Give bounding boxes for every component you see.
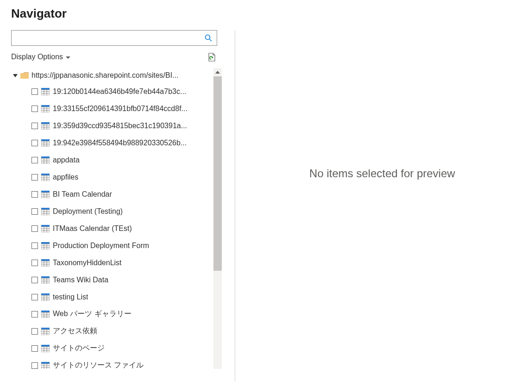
checkbox[interactable] [31, 123, 38, 129]
checkbox[interactable] [31, 174, 38, 180]
preview-empty-message: No items selected for preview [309, 167, 455, 180]
svg-rect-100 [41, 364, 50, 369]
tree-item[interactable]: appdata [11, 151, 213, 168]
svg-rect-64 [41, 261, 50, 267]
tree-item-label: 19:942e3984f558494b988920330526b... [53, 139, 187, 147]
tree-item[interactable]: 19:942e3984f558494b988920330526b... [11, 134, 213, 151]
checkbox[interactable] [31, 328, 38, 335]
scrollbar[interactable] [213, 68, 222, 369]
checkbox[interactable] [31, 260, 38, 266]
navigator-tree[interactable]: https://jppanasonic.sharepoint.com/sites… [11, 68, 213, 369]
table-icon [41, 242, 50, 249]
tree-item[interactable]: 19:359d39ccd9354815bec31c190391a... [11, 117, 213, 134]
tree-item-label: ITMaas Calendar (TEst) [53, 224, 132, 233]
svg-rect-58 [41, 244, 50, 249]
svg-rect-46 [41, 210, 50, 215]
table-icon [41, 276, 50, 284]
svg-point-0 [206, 35, 210, 40]
checkbox[interactable] [31, 157, 38, 163]
tree-item[interactable]: Production Deployment Form [11, 237, 213, 254]
svg-rect-75 [41, 293, 50, 295]
tree-item-label: 19:120b0144ea6346b49fe7eb44a7b3c... [53, 87, 186, 96]
checkbox[interactable] [31, 208, 38, 215]
checkbox[interactable] [31, 277, 38, 283]
checkbox[interactable] [31, 225, 38, 232]
svg-rect-40 [41, 193, 50, 198]
search-input[interactable] [15, 31, 203, 45]
tree-item[interactable]: Teams Wiki Data [11, 271, 213, 288]
tree-item-label: 19:33155cf209614391bfb0714f84ccd8f... [53, 105, 188, 113]
checkbox[interactable] [31, 191, 38, 198]
tree-item-label: appfiles [53, 173, 78, 181]
chevron-down-icon [66, 53, 70, 61]
tree-item[interactable]: testing List [11, 288, 213, 305]
checkbox[interactable] [31, 345, 38, 352]
tree-item-label: Teams Wiki Data [53, 276, 108, 284]
table-icon [41, 88, 50, 95]
svg-rect-93 [41, 345, 50, 347]
tree-item-label: BI Team Calendar [53, 190, 112, 199]
svg-rect-81 [41, 311, 50, 312]
panel-divider [235, 30, 235, 382]
svg-rect-21 [41, 139, 50, 141]
svg-rect-51 [41, 225, 50, 227]
tree-root[interactable]: https://jppanasonic.sharepoint.com/sites… [11, 68, 213, 83]
svg-rect-63 [41, 259, 50, 261]
tree-item-label: 19:359d39ccd9354815bec31c190391a... [53, 122, 187, 130]
tree-item[interactable]: サイトのページ [11, 340, 213, 357]
checkbox[interactable] [31, 294, 38, 300]
tree-item[interactable]: Deployment (Testing) [11, 203, 213, 220]
checkbox[interactable] [31, 243, 38, 249]
tree-item-label: サイトのページ [53, 343, 105, 353]
table-icon [41, 328, 50, 335]
svg-rect-4 [41, 90, 50, 95]
tree-item-label: Production Deployment Form [53, 242, 149, 250]
search-box[interactable] [11, 30, 217, 46]
table-icon [41, 105, 50, 112]
tree-item[interactable]: アクセス依頼 [11, 323, 213, 340]
tree-item[interactable]: サイトのリソース ファイル [11, 357, 213, 369]
table-icon [41, 259, 50, 267]
tree-item[interactable]: BI Team Calendar [11, 186, 213, 203]
checkbox[interactable] [31, 362, 38, 369]
table-icon [41, 362, 50, 369]
svg-rect-52 [41, 227, 50, 232]
table-icon [41, 293, 50, 301]
checkbox[interactable] [31, 88, 38, 95]
svg-rect-45 [41, 208, 50, 210]
svg-rect-22 [41, 141, 50, 147]
search-icon[interactable] [203, 32, 214, 44]
tree-item[interactable]: Web パーツ ギャラリー [11, 305, 213, 323]
svg-rect-99 [41, 362, 50, 364]
tree-item[interactable]: ITMaas Calendar (TEst) [11, 220, 213, 237]
tree-item-label: appdata [53, 156, 80, 164]
svg-rect-27 [41, 156, 50, 158]
expander-icon[interactable] [13, 73, 18, 78]
tree-item[interactable]: 19:33155cf209614391bfb0714f84ccd8f... [11, 100, 213, 117]
table-icon [41, 208, 50, 215]
display-options-dropdown[interactable]: Display Options [11, 53, 70, 61]
svg-rect-57 [41, 242, 50, 244]
scroll-thumb[interactable] [213, 76, 222, 271]
tree-root-label: https://jppanasonic.sharepoint.com/sites… [31, 71, 179, 80]
tree-item[interactable]: appfiles [11, 168, 213, 186]
svg-rect-28 [41, 158, 50, 164]
svg-line-1 [210, 39, 212, 42]
tree-item-label: Web パーツ ギャラリー [53, 309, 131, 319]
svg-rect-15 [41, 122, 50, 124]
table-icon [41, 174, 50, 181]
tree-item[interactable]: 19:120b0144ea6346b49fe7eb44a7b3c... [11, 83, 213, 100]
tree-item[interactable]: TaxonomyHiddenList [11, 254, 213, 271]
folder-icon [20, 72, 29, 79]
refresh-icon[interactable] [206, 51, 217, 62]
svg-rect-94 [41, 347, 50, 352]
checkbox[interactable] [31, 140, 38, 146]
tree-item-label: testing List [53, 293, 88, 301]
table-icon [41, 225, 50, 232]
svg-rect-34 [41, 175, 50, 181]
scroll-up-icon[interactable] [213, 68, 222, 76]
checkbox[interactable] [31, 311, 38, 317]
checkbox[interactable] [31, 106, 38, 112]
svg-rect-88 [41, 330, 50, 335]
table-icon [41, 139, 50, 147]
